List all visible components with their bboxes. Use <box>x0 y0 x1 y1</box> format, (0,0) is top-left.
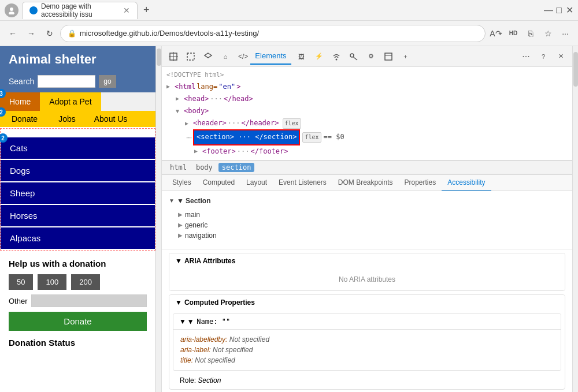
share-btn[interactable]: ⎘ <box>523 25 539 42</box>
search-input[interactable] <box>38 75 95 88</box>
dom-html[interactable]: ▶ <html lang= "en" > <box>166 81 568 93</box>
donation-50-btn[interactable]: 50 <box>9 274 33 290</box>
tab-event-listeners[interactable]: Event Listeners <box>273 175 332 191</box>
tab-styles[interactable]: Styles <box>166 175 197 191</box>
forward-btn[interactable]: → <box>23 25 39 42</box>
aria-label-row: aria-label: Not specified <box>180 345 554 355</box>
maximize-btn[interactable]: □ <box>555 6 563 14</box>
list-item[interactable]: Dogs <box>1 160 155 181</box>
webpage-scrollbar-thumb[interactable] <box>157 48 161 66</box>
close-btn[interactable]: ✕ <box>565 6 573 14</box>
a11y-tree-header[interactable]: ▼ ▼ Section <box>169 195 565 207</box>
section-flex-badge: flex <box>302 132 321 143</box>
window-btn[interactable] <box>381 50 395 64</box>
svg-point-9 <box>335 58 337 60</box>
devtools-close-btn[interactable]: ✕ <box>554 50 568 64</box>
aria-header[interactable]: ▼ ARIA Attributes <box>169 253 565 268</box>
wifi-btn[interactable] <box>329 50 343 64</box>
tree-item-generic[interactable]: ▶ generic <box>178 220 565 230</box>
tab-accessibility[interactable]: Accessibility <box>442 175 491 191</box>
favorites-btn[interactable]: ☆ <box>540 25 556 42</box>
nav-about-btn[interactable]: About Us <box>85 111 137 127</box>
name-label: ▼ Name: "" <box>188 318 230 326</box>
calendar-btn[interactable]: ⚙ <box>364 50 378 64</box>
dom-section-selected[interactable]: <section> ··· </section> <box>193 129 300 145</box>
html-toggle[interactable]: ▶ <box>166 82 173 91</box>
tab-properties[interactable]: Properties <box>399 175 442 191</box>
read-aloud-btn[interactable]: A↷ <box>488 25 504 42</box>
dom-tree: <!DOCTYPE html> ▶ <html lang= "en" > ▶ <… <box>162 67 572 160</box>
dom-section-row[interactable]: ··· <section> ··· </section> flex == $0 <box>166 129 568 145</box>
nav-adopt-btn[interactable]: Adopt a Pet <box>40 92 101 111</box>
devtools-elements-tab[interactable]: Elements <box>250 48 291 65</box>
nav-jobs-btn[interactable]: Jobs <box>49 111 85 127</box>
devtools-more-btn[interactable]: ··· <box>519 50 533 64</box>
section-equals: == $0 <box>324 132 344 143</box>
breadcrumb-html[interactable]: html <box>166 163 190 172</box>
title-bar: Demo page with accessibility issu ✕ + — … <box>0 0 578 21</box>
tab-computed[interactable]: Computed <box>197 175 240 191</box>
nav-home-btn[interactable]: Home <box>0 92 40 111</box>
inspect-btn[interactable] <box>347 50 361 64</box>
tree-item-main[interactable]: ▶ main <box>178 210 565 220</box>
list-item[interactable]: Alpacas <box>1 227 155 249</box>
home-btn[interactable]: ⌂ <box>218 50 232 64</box>
refresh-btn[interactable]: ↻ <box>42 25 58 42</box>
hd-btn[interactable]: HD <box>505 25 521 42</box>
dom-body[interactable]: ▼ <body> <box>166 105 568 117</box>
browser-tab[interactable]: Demo page with accessibility issu ✕ <box>22 2 138 19</box>
dom-header[interactable]: ▶ <header> ··· </header> flex <box>166 117 568 129</box>
list-item[interactable]: Sheep <box>1 182 155 204</box>
svg-point-10 <box>350 54 354 57</box>
layers-btn[interactable] <box>201 50 215 64</box>
svg-line-11 <box>353 57 357 60</box>
dom-footer[interactable]: ▶ <footer> ··· </footer> <box>166 145 568 158</box>
header-toggle[interactable]: ▶ <box>185 119 192 128</box>
add-panel-btn[interactable]: + <box>399 50 413 64</box>
panel-tabs: Styles Computed Layout Event Listeners D… <box>162 175 572 191</box>
inspect-element-btn[interactable] <box>166 50 180 64</box>
address-bar[interactable]: 🔒 microsoftedge.github.io/Demos/devtools… <box>60 25 486 42</box>
donate-main-btn[interactable]: Donate <box>9 312 147 331</box>
donation-other-input[interactable] <box>31 294 147 307</box>
head-toggle[interactable]: ▶ <box>176 94 183 103</box>
dom-dots-btn[interactable]: ··· <box>186 133 192 141</box>
nav-donate-btn[interactable]: Donate <box>0 111 49 127</box>
tab-close-btn[interactable]: ✕ <box>123 6 130 15</box>
tree-label-main: main <box>185 211 200 219</box>
list-item[interactable]: Cats <box>1 137 155 159</box>
aria-toggle: ▼ <box>175 257 182 265</box>
profile-avatar[interactable] <box>5 3 18 17</box>
back-btn[interactable]: ← <box>5 25 21 42</box>
minimize-btn[interactable]: — <box>544 6 553 14</box>
box-select-btn[interactable] <box>184 50 198 64</box>
tree-toggle: ▼ <box>169 197 175 204</box>
accessibility-panel: ▼ ▼ Section ▶ main ▶ generic <box>162 191 572 392</box>
new-tab-btn[interactable]: + <box>138 2 155 19</box>
debug-btn[interactable]: ⚡ <box>312 50 326 64</box>
donation-100-btn[interactable]: 100 <box>38 274 66 290</box>
breadcrumb-body[interactable]: body <box>192 163 216 172</box>
list-item[interactable]: Horses <box>1 205 155 226</box>
right-scrollbar[interactable] <box>572 46 578 392</box>
computed-header[interactable]: ▼ Computed Properties <box>169 295 565 310</box>
search-go-btn[interactable]: go <box>99 75 116 88</box>
breadcrumb-section[interactable]: section <box>218 163 255 172</box>
tab-layout[interactable]: Layout <box>240 175 273 191</box>
tree-item-navigation[interactable]: ▶ navigation <box>178 230 565 241</box>
dom-head[interactable]: ▶ <head> ··· </head> <box>166 93 568 105</box>
body-toggle[interactable]: ▼ <box>176 107 183 116</box>
more-btn[interactable]: ··· <box>557 25 573 42</box>
dom-doctype: <!DOCTYPE html> <box>166 69 568 81</box>
devtools-help-btn[interactable]: ? <box>536 50 550 64</box>
role-row: Role: Section <box>169 374 565 389</box>
donation-200-btn[interactable]: 200 <box>71 274 100 290</box>
network-btn[interactable]: 🖼 <box>295 50 309 64</box>
role-val: Section <box>198 376 221 384</box>
webpage-scrollbar[interactable] <box>156 46 162 392</box>
footer-toggle[interactable]: ▶ <box>194 147 201 156</box>
donation-section: Help us with a donation 50 100 200 Other… <box>0 252 155 338</box>
name-header[interactable]: ▼ ▼ Name: "" <box>173 314 561 330</box>
right-scrollbar-thumb[interactable] <box>573 52 578 87</box>
tab-dom-breakpoints[interactable]: DOM Breakpoints <box>332 175 399 191</box>
